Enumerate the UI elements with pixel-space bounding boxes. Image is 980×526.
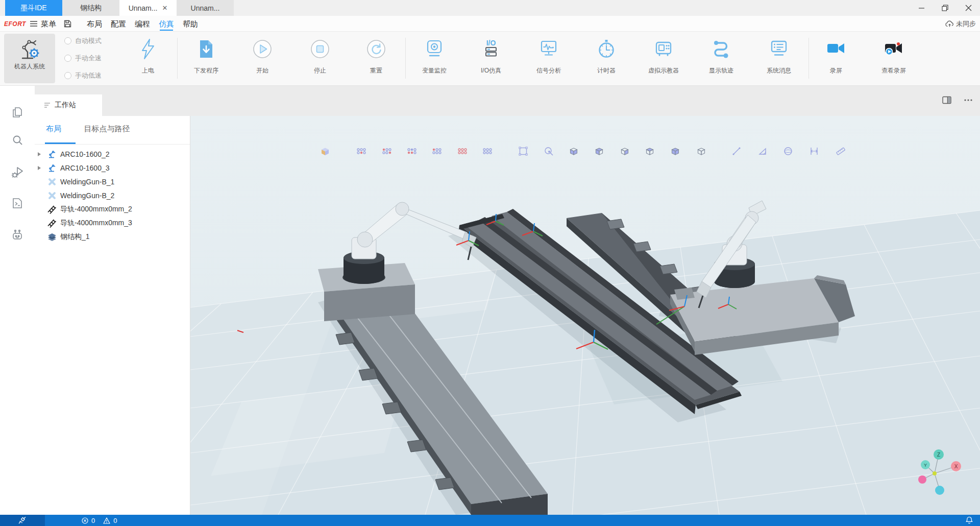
layout-tree: ARC10-1600_2 ARC10-1600_3 WeldingGun-B_1…: [35, 145, 190, 244]
doc-tab-unnamed-2[interactable]: Unnam...: [177, 0, 234, 16]
timer-button[interactable]: 计时器: [583, 37, 629, 75]
snap-points-2-icon[interactable]: [381, 146, 393, 157]
menu-item-help[interactable]: 帮助: [183, 16, 198, 32]
view-cube-right-icon[interactable]: [670, 146, 681, 157]
mode-manual-full[interactable]: 手动全速: [64, 53, 102, 63]
remote-connect-button[interactable]: [0, 515, 45, 526]
menu-item-config[interactable]: 配置: [111, 16, 126, 32]
download-program-button[interactable]: 下发程序: [183, 37, 229, 75]
tree-item-label: ARC10-1600_3: [60, 164, 110, 172]
signal-analysis-button[interactable]: 信号分析: [526, 37, 572, 75]
tree-item-rail-3[interactable]: 导轨-4000mmx0mm_3: [35, 216, 190, 230]
copy-pages-icon[interactable]: [11, 106, 24, 119]
minimize-button[interactable]: [910, 0, 933, 16]
workstation-tab[interactable]: 工作站: [35, 94, 102, 116]
menu-item-programming[interactable]: 编程: [135, 16, 150, 32]
split-view-icon[interactable]: [942, 96, 951, 104]
power-on-button[interactable]: 上电: [125, 37, 171, 75]
search-icon[interactable]: [11, 134, 24, 147]
expander-icon[interactable]: [38, 166, 41, 170]
restore-button[interactable]: [933, 0, 957, 16]
menu-item-menu[interactable]: 菜单: [41, 16, 56, 32]
doc-tab-unnamed-1[interactable]: Unnam... ✕: [119, 0, 177, 16]
save-icon[interactable]: [64, 20, 71, 28]
tree-item-arc10-1600-2[interactable]: ARC10-1600_2: [35, 147, 190, 161]
tab-targets-paths[interactable]: 目标点与路径: [84, 116, 130, 141]
virtual-pendant-button[interactable]: 虚拟示教器: [641, 37, 687, 75]
expander-icon[interactable]: [38, 152, 41, 156]
sphere-tool-icon[interactable]: [782, 146, 794, 157]
3d-scene[interactable]: Z Y X: [190, 116, 980, 515]
snap-points-5-icon[interactable]: [457, 146, 468, 157]
script-terminal-icon[interactable]: [11, 197, 24, 210]
snap-points-6-icon[interactable]: [482, 146, 493, 157]
tree-item-steel-structure-1[interactable]: 钢结构_1: [35, 230, 190, 244]
lightning-icon: [137, 38, 159, 60]
3d-viewport[interactable]: Z Y X: [190, 116, 980, 515]
close-tab-icon[interactable]: ✕: [162, 5, 167, 11]
more-ellipsis-icon[interactable]: [964, 96, 973, 104]
record-screen-button[interactable]: 录屏: [813, 37, 859, 75]
angle-tool-icon[interactable]: [757, 146, 768, 157]
tree-item-label: 钢结构_1: [60, 232, 90, 242]
welding-gun-icon: [47, 190, 57, 201]
view-cube-iso-icon[interactable]: [696, 146, 707, 157]
stop-button[interactable]: 停止: [297, 37, 343, 75]
mode-auto[interactable]: 自动模式: [64, 36, 102, 46]
io-simulation-button[interactable]: I/O I/O仿真: [468, 37, 514, 75]
gizmo-neg-ball[interactable]: [918, 475, 926, 484]
tree-item-weldinggun-b-1[interactable]: WeldingGun-B_1: [35, 175, 190, 188]
error-count: 0: [91, 517, 95, 524]
view-cube-left-icon[interactable]: [568, 146, 579, 157]
sync-status[interactable]: 未同步: [945, 16, 976, 32]
tree-item-rail-2[interactable]: 导轨-4000mmx0mm_2: [35, 202, 190, 216]
show-trajectory-button[interactable]: 显示轨迹: [698, 37, 744, 75]
problems-indicator[interactable]: 0 0: [82, 515, 122, 526]
timer-icon: [595, 38, 618, 60]
ruler-tool-icon[interactable]: [835, 146, 846, 157]
minimize-icon: [918, 5, 925, 11]
app-tab[interactable]: 墨斗IDE: [5, 0, 62, 16]
debug-run-icon[interactable]: [11, 165, 24, 179]
io-glyph: I/O: [486, 39, 496, 47]
close-button[interactable]: [957, 0, 980, 16]
tab-layout[interactable]: 布局: [46, 116, 61, 141]
menu-item-simulation[interactable]: 仿真: [159, 16, 174, 32]
measure-distance-icon[interactable]: [808, 146, 820, 157]
play-icon: [251, 38, 274, 60]
reset-button[interactable]: 重置: [353, 37, 399, 75]
system-messages-button[interactable]: 系统消息: [756, 37, 802, 75]
notifications-bell-icon[interactable]: [966, 516, 973, 524]
button-label: 开始: [239, 66, 285, 75]
zoom-region-icon[interactable]: [543, 146, 554, 157]
gizmo-z-label: Z: [937, 452, 940, 458]
button-label: I/O仿真: [468, 66, 514, 75]
button-label: 变量监控: [411, 66, 457, 75]
snap-points-1-icon[interactable]: [356, 146, 367, 157]
view-cube-back-icon[interactable]: [644, 146, 655, 157]
radio-icon: [64, 37, 71, 44]
view-recording-icon: [883, 38, 905, 60]
import-model-icon[interactable]: [320, 146, 331, 157]
gizmo-neg-ball[interactable]: [935, 486, 944, 495]
reset-icon: [365, 38, 387, 60]
view-cube-top-icon[interactable]: [619, 146, 630, 157]
rail-icon: [47, 218, 57, 228]
snap-points-3-icon[interactable]: [406, 146, 418, 157]
line-tool-icon[interactable]: [731, 146, 742, 157]
view-cube-front-icon[interactable]: [594, 146, 605, 157]
mode-manual-low[interactable]: 手动低速: [64, 70, 102, 81]
warning-count: 0: [113, 517, 117, 524]
view-recording-button[interactable]: 查看录屏: [871, 37, 917, 75]
variable-monitor-button[interactable]: 变量监控: [411, 37, 457, 75]
tree-item-weldinggun-b-2[interactable]: WeldingGun-B_2: [35, 188, 190, 202]
menu-item-layout[interactable]: 布局: [87, 16, 102, 32]
hamburger-icon[interactable]: [30, 20, 38, 28]
start-button[interactable]: 开始: [239, 37, 285, 75]
doc-tab-steel[interactable]: 钢结构: [62, 0, 119, 16]
select-frame-icon[interactable]: [518, 146, 529, 157]
tree-item-arc10-1600-3[interactable]: ARC10-1600_3: [35, 161, 190, 175]
robot-system-button[interactable]: 机器人系统: [4, 34, 55, 83]
snap-points-4-icon[interactable]: [431, 146, 443, 157]
robot-head-icon[interactable]: [11, 228, 24, 242]
